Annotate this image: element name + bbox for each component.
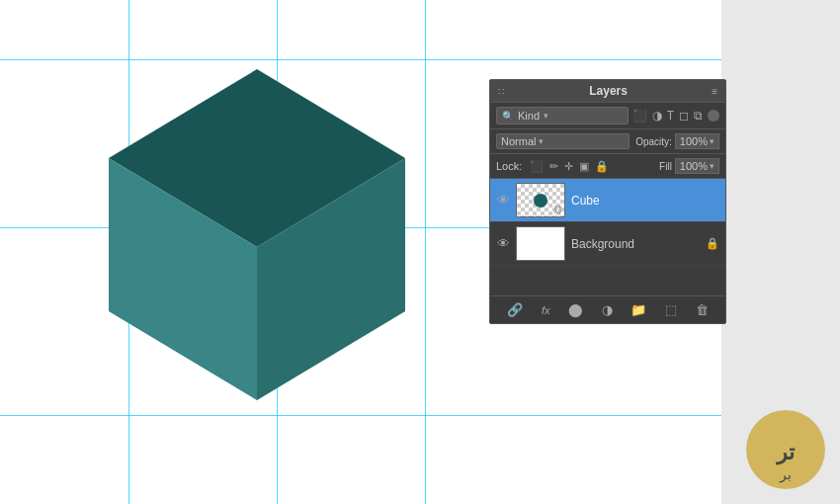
layer-item-background[interactable]: 👁 Background 🔒 [490,222,725,266]
fill-input[interactable]: 100% ▾ [675,158,719,174]
opacity-input[interactable]: 100% ▾ [675,133,719,149]
lock-artboard-icon[interactable]: ▣ [579,160,589,173]
pixel-filter-icon[interactable]: ⬛ [632,109,647,123]
opacity-number: 100% [680,135,708,147]
smart-filter-icon[interactable]: ⧉ [694,109,703,123]
adj-filter-icon[interactable]: ◑ [652,109,662,123]
watermark: تر بر [741,405,830,494]
layer-item-cube[interactable]: 👁 ⛓ Cube [490,179,725,222]
fill-chevron: ▾ [710,161,714,171]
opacity-section: Opacity: 100% ▾ [635,133,719,149]
lock-pixels-icon[interactable]: ⬛ [530,160,544,173]
blend-chevron: ▾ [539,136,544,146]
text-filter-icon[interactable]: T [667,109,674,123]
bg-lock-icon: 🔒 [706,237,719,250]
layers-panel: ∷ Layers ≡ 🔍 Kind ▾ ⬛ ◑ T ◻ ⧉ Normal ▾ O… [489,79,726,324]
fill-section: Fill 100% ▾ [659,158,719,174]
kind-label: Kind [518,110,540,122]
lock-all-icon[interactable]: 🔒 [595,160,609,173]
delete-layer-icon[interactable]: 🗑 [696,302,709,317]
search-icon: 🔍 [502,111,514,122]
eye-icon-bg[interactable]: 👁 [496,236,510,251]
link-badge-icon: ⛓ [553,205,562,214]
layers-panel-header: ∷ Layers ≡ [490,80,725,103]
cube-graphic [79,49,435,429]
blend-mode-value: Normal [501,135,536,147]
layers-blend-row: Normal ▾ Opacity: 100% ▾ [490,129,725,154]
layers-lock-row: Lock: ⬛ ✏ ✛ ▣ 🔒 Fill 100% ▾ [490,154,725,179]
kind-search-box[interactable]: 🔍 Kind ▾ [496,107,629,125]
svg-text:تر: تر [776,440,796,465]
layers-spacer [490,266,725,295]
fill-number: 100% [680,160,708,172]
cube-thumb-dot [534,194,547,208]
bg-layer-name: Background [571,237,700,251]
cube-thumbnail: ⛓ [516,183,565,217]
opacity-chevron: ▾ [710,136,714,146]
svg-text:بر: بر [779,466,792,483]
new-fill-layer-icon[interactable]: ⬤ [568,302,583,317]
link-layers-icon[interactable]: 🔗 [507,302,523,317]
bg-thumbnail [516,226,565,261]
cube-layer-name: Cube [571,194,719,208]
fill-label: Fill [659,161,672,172]
opacity-label: Opacity: [635,136,672,147]
lock-label: Lock: [496,160,522,172]
panel-dots: ∷ [498,86,505,97]
layers-header-icons: ≡ [712,86,717,97]
lock-position-icon[interactable]: ✏ [549,160,558,173]
lock-move-icon[interactable]: ✛ [564,160,573,173]
layers-panel-title: Layers [589,84,628,98]
filter-icons: ⬛ ◑ T ◻ ⧉ [632,109,719,123]
lock-icons-group: ⬛ ✏ ✛ ▣ 🔒 [530,160,609,173]
group-layer-icon[interactable]: 📁 [630,302,646,317]
new-frame-icon[interactable]: ⬚ [665,302,677,317]
filter-toggle[interactable] [708,110,719,122]
shape-filter-icon[interactable]: ◻ [679,109,689,123]
fx-icon[interactable]: fx [542,304,550,316]
panel-menu-icon[interactable]: ≡ [712,86,717,97]
layers-search-row: 🔍 Kind ▾ ⬛ ◑ T ◻ ⧉ [490,103,725,129]
layers-footer: 🔗 fx ⬤ ◑ 📁 ⬚ 🗑 [490,295,725,323]
kind-chevron: ▾ [544,111,548,121]
new-adjustment-icon[interactable]: ◑ [602,302,613,317]
eye-icon-cube[interactable]: 👁 [496,193,510,208]
blend-mode-select[interactable]: Normal ▾ [496,133,630,149]
